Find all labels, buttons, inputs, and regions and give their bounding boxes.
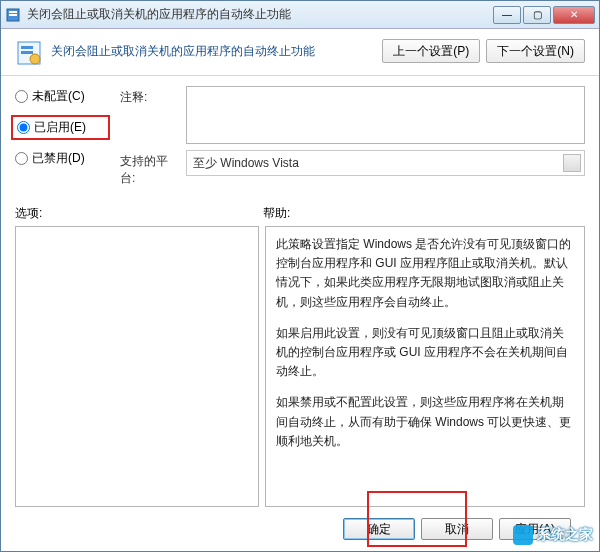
titlebar: 关闭会阻止或取消关机的应用程序的自动终止功能 — ▢ ✕ [1,1,599,29]
cancel-button[interactable]: 取消 [421,518,493,540]
minimize-button[interactable]: — [493,6,521,24]
window-controls: — ▢ ✕ [493,6,595,24]
titlebar-title: 关闭会阻止或取消关机的应用程序的自动终止功能 [27,6,493,23]
header: 关闭会阻止或取消关机的应用程序的自动终止功能 上一个设置(P) 下一个设置(N) [1,29,599,76]
svg-rect-1 [9,11,17,13]
next-setting-button[interactable]: 下一个设置(N) [486,39,585,63]
dialog-window: 关闭会阻止或取消关机的应用程序的自动终止功能 — ▢ ✕ 关闭会阻止或取消关机的… [0,0,600,552]
highlight-enabled: 已启用(E) [11,115,110,140]
help-p1: 此策略设置指定 Windows 是否允许没有可见顶级窗口的控制台应用程序和 GU… [276,235,574,312]
radio-not-configured[interactable]: 未配置(C) [15,88,110,105]
radio-not-configured-label: 未配置(C) [32,88,85,105]
options-label: 选项: [15,205,263,222]
nav-buttons: 上一个设置(P) 下一个设置(N) [382,39,585,63]
prev-setting-button[interactable]: 上一个设置(P) [382,39,480,63]
ok-button[interactable]: 确定 [343,518,415,540]
state-radios: 未配置(C) 已启用(E) 已禁用(D) [15,86,110,187]
comment-label: 注释: [120,86,178,106]
panels: 此策略设置指定 Windows 是否允许没有可见顶级窗口的控制台应用程序和 GU… [15,226,585,507]
platform-value: 至少 Windows Vista [186,150,585,176]
section-labels: 选项: 帮助: [15,205,585,222]
apply-button[interactable]: 应用(A) [499,518,571,540]
svg-rect-2 [9,14,17,16]
policy-icon [5,7,21,23]
maximize-button[interactable]: ▢ [523,6,551,24]
help-p3: 如果禁用或不配置此设置，则这些应用程序将在关机期间自动终止，从而有助于确保 Wi… [276,393,574,451]
radio-disabled[interactable]: 已禁用(D) [15,150,110,167]
body: 未配置(C) 已启用(E) 已禁用(D) 注释: [1,76,599,551]
top-section: 未配置(C) 已启用(E) 已禁用(D) 注释: [15,86,585,187]
radio-enabled-label: 已启用(E) [34,119,86,136]
close-button[interactable]: ✕ [553,6,595,24]
right-fields: 注释: 支持的平台: 至少 Windows Vista [120,86,585,187]
help-panel: 此策略设置指定 Windows 是否允许没有可见顶级窗口的控制台应用程序和 GU… [265,226,585,507]
svg-rect-4 [21,46,33,49]
radio-enabled[interactable]: 已启用(E) [17,119,104,136]
help-label: 帮助: [263,205,585,222]
platform-label: 支持的平台: [120,150,178,187]
platform-text: 至少 Windows Vista [193,155,299,172]
comment-row: 注释: [120,86,585,144]
help-p2: 如果启用此设置，则没有可见顶级窗口且阻止或取消关机的控制台应用程序或 GUI 应… [276,324,574,382]
radio-enabled-input[interactable] [17,121,30,134]
footer: 确定 取消 应用(A) [15,507,585,551]
platform-row: 支持的平台: 至少 Windows Vista [120,150,585,187]
header-policy-icon [15,39,43,67]
svg-point-6 [30,54,40,64]
comment-input[interactable] [186,86,585,144]
radio-disabled-input[interactable] [15,152,28,165]
radio-not-configured-input[interactable] [15,90,28,103]
svg-rect-5 [21,51,33,54]
options-panel [15,226,259,507]
header-title: 关闭会阻止或取消关机的应用程序的自动终止功能 [51,39,382,60]
radio-disabled-label: 已禁用(D) [32,150,85,167]
